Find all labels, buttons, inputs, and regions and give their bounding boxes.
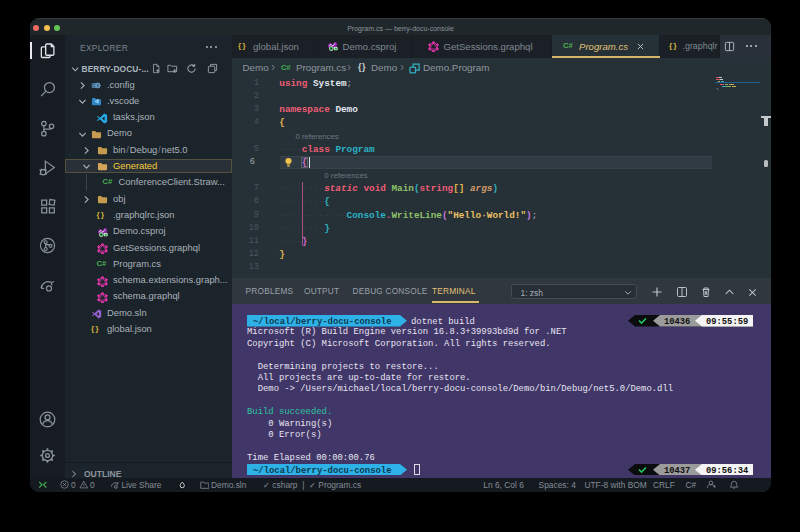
svg-text:10437: 10437	[664, 465, 690, 475]
svg-text:10436: 10436	[664, 317, 690, 327]
svg-text:~/local/berry-docu-console: ~/local/berry-docu-console	[253, 317, 391, 327]
svg-text:09:56:34: 09:56:34	[706, 465, 749, 475]
svg-text:~/local/berry-docu-console: ~/local/berry-docu-console	[253, 465, 391, 475]
svg-text:09:55:59: 09:55:59	[706, 317, 748, 327]
